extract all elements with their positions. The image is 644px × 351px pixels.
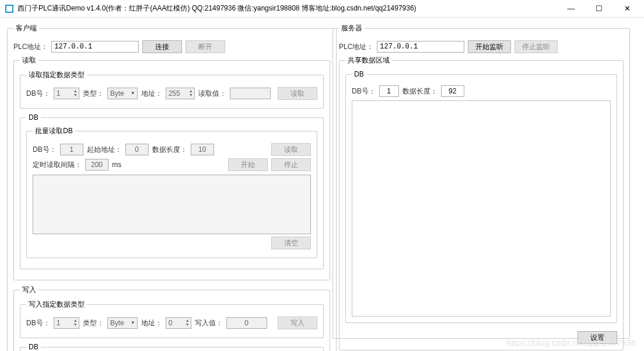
write-typed-val-input[interactable] [226, 317, 267, 329]
write-legend: 写入 [20, 285, 38, 295]
batch-start-label: 起始地址： [87, 145, 122, 155]
write-typed-group: 写入指定数据类型 DB号： 1 ▲▼ 类型： Byte ▼ 地址： [20, 300, 324, 338]
read-typed-group: 读取指定数据类型 DB号： 1 ▲▼ 类型： Byte ▼ 地址： [20, 70, 324, 109]
read-typed-button[interactable]: 读取 [278, 87, 317, 100]
read-legend: 读取 [20, 55, 38, 65]
write-typed-val-label: 写入值： [195, 318, 223, 328]
server-plc-addr-input[interactable] [377, 41, 464, 53]
server-db-legend: DB [352, 70, 366, 78]
app-icon [5, 4, 14, 13]
server-len-input[interactable] [441, 85, 464, 97]
write-db-legend: DB [26, 343, 41, 351]
batch-db-label: DB号： [33, 145, 57, 155]
read-db-legend: DB [26, 113, 41, 121]
write-typed-legend: 写入指定数据类型 [26, 300, 87, 310]
batch-start-input[interactable] [125, 144, 149, 155]
minimize-button[interactable]: — [562, 4, 580, 13]
title-bar: 西门子PLC通讯Demo v1.4.0(作者：红胖子(AAA红模仿) QQ:21… [0, 0, 644, 18]
server-db-input[interactable] [379, 85, 399, 97]
client-plc-addr-input[interactable] [51, 41, 139, 53]
write-typed-addr-spinner[interactable]: 0 ▲▼ [166, 317, 191, 329]
interval-label: 定时读取间隔： [33, 160, 82, 170]
spinner-arrows-icon: ▲▼ [189, 89, 193, 97]
write-group: 写入 写入指定数据类型 DB号： 1 ▲▼ 类型： Byte ▼ [13, 285, 330, 351]
write-typed-type-combo[interactable]: Byte ▼ [107, 317, 138, 329]
interval-unit: ms [112, 161, 121, 169]
batch-len-label: 数据长度： [152, 145, 187, 155]
connect-button[interactable]: 连接 [142, 40, 182, 53]
client-group: 客户端 PLC地址： 连接 断开 读取 读取指定数据类型 DB号： 1 [7, 23, 337, 351]
batch-read-db-legend: 批量读取DB [33, 126, 75, 136]
write-typed-button[interactable]: 写入 [278, 317, 317, 329]
write-typed-db-spinner[interactable]: 1 ▲▼ [54, 317, 79, 329]
disconnect-button[interactable]: 断开 [186, 40, 225, 53]
read-typed-type-combo[interactable]: Byte ▼ [107, 88, 138, 99]
batch-read-db-group: 批量读取DB DB号： 起始地址： 数据长度： 读取 定时 [26, 126, 317, 258]
read-typed-val-input [230, 88, 271, 99]
chevron-down-icon: ▼ [131, 320, 135, 325]
chevron-down-icon: ▼ [131, 91, 135, 96]
server-data-area[interactable] [352, 100, 611, 317]
server-group: 服务器 PLC地址： 开始监听 停止监听 共享数据区域 DB DB号： 数据长度… [332, 23, 630, 339]
timer-stop-button[interactable]: 停止 [271, 158, 311, 171]
start-listen-button[interactable]: 开始监听 [468, 40, 511, 53]
read-typed-addr-label: 地址： [141, 89, 162, 99]
write-typed-type-label: 类型： [83, 318, 104, 328]
write-typed-db-label: DB号： [26, 318, 50, 328]
spinner-arrows-icon: ▲▼ [186, 318, 190, 326]
server-legend: 服务器 [339, 23, 365, 33]
server-plc-addr-label: PLC地址： [339, 42, 373, 52]
shared-data-group: 共享数据区域 DB DB号： 数据长度： 设置 [339, 55, 624, 350]
server-set-button[interactable]: 设置 [578, 331, 617, 344]
client-plc-addr-label: PLC地址： [13, 42, 48, 52]
read-typed-db-spinner[interactable]: 1 ▲▼ [54, 88, 79, 99]
read-group: 读取 读取指定数据类型 DB号： 1 ▲▼ 类型： Byte ▼ [13, 55, 330, 280]
read-typed-db-label: DB号： [26, 89, 50, 99]
server-len-label: 数据长度： [402, 86, 438, 96]
server-db-group: DB DB号： 数据长度： [345, 70, 617, 323]
svg-rect-0 [6, 5, 13, 12]
read-typed-type-label: 类型： [83, 89, 104, 99]
read-typed-addr-spinner[interactable]: 255 ▲▼ [166, 88, 195, 99]
clear-button[interactable]: 清空 [271, 237, 311, 249]
maximize-button[interactable]: ☐ [590, 4, 608, 13]
timer-start-button[interactable]: 开始 [228, 158, 268, 171]
window-title: 西门子PLC通讯Demo v1.4.0(作者：红胖子(AAA红模仿) QQ:21… [18, 4, 562, 13]
shared-data-legend: 共享数据区域 [345, 55, 392, 65]
interval-input[interactable] [85, 159, 108, 171]
read-typed-legend: 读取指定数据类型 [26, 70, 87, 80]
batch-read-button[interactable]: 读取 [271, 143, 311, 156]
spinner-arrows-icon: ▲▼ [74, 89, 78, 97]
batch-len-input[interactable] [191, 144, 214, 155]
read-output-textarea[interactable] [33, 175, 311, 234]
read-typed-val-label: 读取值： [198, 89, 226, 99]
stop-listen-button[interactable]: 停止监听 [514, 40, 558, 53]
read-db-group: DB 批量读取DB DB号： 起始地址： 数据长度： 读取 [20, 113, 324, 269]
spinner-arrows-icon: ▲▼ [74, 318, 78, 326]
write-db-group: DB DB号： 起始地址： byte ▼ 写入 [20, 343, 324, 351]
close-button[interactable]: ✕ [618, 4, 636, 13]
batch-db-input[interactable] [60, 144, 83, 155]
server-db-label: DB号： [352, 86, 376, 96]
client-legend: 客户端 [13, 23, 39, 33]
write-typed-addr-label: 地址： [141, 318, 162, 328]
